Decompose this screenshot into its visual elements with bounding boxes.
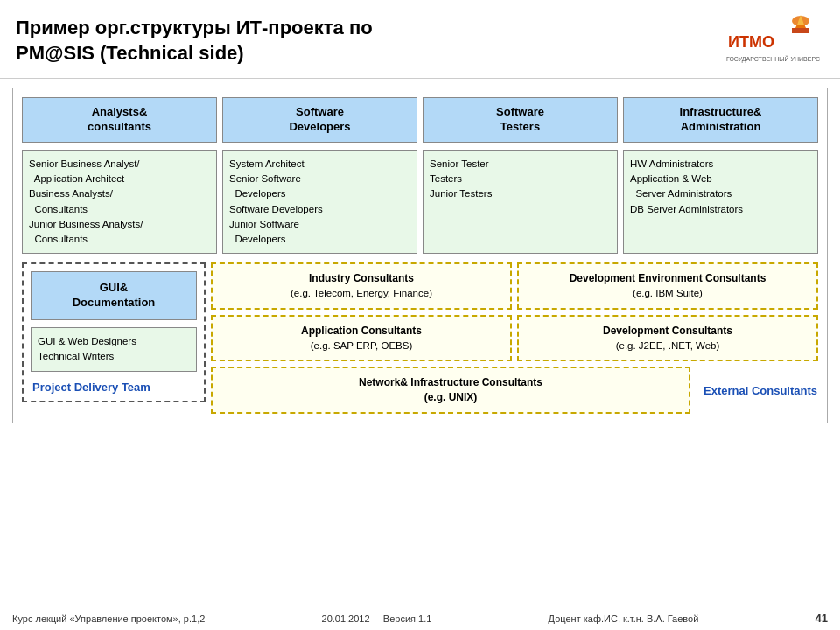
network-sub: (e.g. UNIX) bbox=[424, 391, 478, 403]
bottom-section: GUI&Documentation GUI & Web Designers Te… bbox=[22, 262, 818, 414]
ext-consultants-label: External Consultants bbox=[696, 384, 818, 397]
cat-header-infra: Infrastructure&Administration bbox=[623, 97, 818, 143]
main-content: Analysts&consultants SoftwareDevelopers … bbox=[0, 79, 840, 432]
footer-version: Версия 1.1 bbox=[383, 613, 432, 624]
dev-env-bold: Development Environment Consultants bbox=[570, 272, 766, 284]
cat-header-sw-test: SoftwareTesters bbox=[423, 97, 618, 143]
project-delivery-label: Project Delivery Team bbox=[31, 381, 197, 394]
app-consultants-box: Application Consultants (e.g. SAP ERP, O… bbox=[211, 315, 512, 362]
sub-box-infra: HW Administrators Application & Web Serv… bbox=[623, 150, 818, 255]
svg-rect-3 bbox=[792, 28, 809, 33]
industry-sub: (e.g. Telecom, Energy, Finance) bbox=[290, 288, 432, 298]
dev-env-consultants-box: Development Environment Consultants (e.g… bbox=[517, 262, 818, 310]
dev-env-sub: (e.g. IBM Suite) bbox=[633, 288, 703, 298]
footer-page-number: 41 bbox=[816, 612, 828, 625]
itmo-logo-svg: ИТМО ГОСУДАРСТВЕННЫЙ УНИВЕРСИТЕТ bbox=[724, 12, 820, 69]
cat-header-analysts: Analysts&consultants bbox=[22, 97, 217, 143]
diagram-outer: Analysts&consultants SoftwareDevelopers … bbox=[12, 88, 828, 424]
dev-consult-bold: Development Consultants bbox=[603, 325, 732, 337]
logo: ИТМО ГОСУДАРСТВЕННЫЙ УНИВЕРСИТЕТ bbox=[719, 10, 824, 72]
dev-consultants-box: Development Consultants (e.g. J2EE, .NET… bbox=[517, 315, 818, 362]
page-title: Пример орг.структуры ИТ-проекта по PM@SI… bbox=[16, 16, 373, 66]
network-bold: Network& Infrastructure Consultants bbox=[359, 376, 542, 388]
sub-box-sw-dev: System Architect Senior Software Develop… bbox=[222, 150, 417, 255]
title-line2: PM@SIS (Technical side) bbox=[16, 42, 244, 64]
sub-boxes-row: Senior Business Analyst/ Application Arc… bbox=[22, 150, 818, 255]
bottom-last-row: Network& Infrastructure Consultants (e.g… bbox=[211, 367, 818, 414]
industry-bold: Industry Consultants bbox=[309, 272, 414, 284]
industry-consultants-box: Industry Consultants (e.g. Telecom, Ener… bbox=[211, 262, 512, 310]
consult-row-2: Application Consultants (e.g. SAP ERP, O… bbox=[211, 315, 818, 362]
app-consult-bold: Application Consultants bbox=[301, 325, 422, 337]
svg-text:ГОСУДАРСТВЕННЫЙ УНИВЕРСИТЕТ: ГОСУДАРСТВЕННЫЙ УНИВЕРСИТЕТ bbox=[726, 55, 820, 63]
footer-date-version: 20.01.2012 Версия 1.1 bbox=[322, 613, 432, 624]
dev-consult-sub: (e.g. J2EE, .NET, Web) bbox=[616, 340, 720, 351]
left-col: GUI&Documentation GUI & Web Designers Te… bbox=[22, 262, 206, 414]
project-dashed-box: GUI&Documentation GUI & Web Designers Te… bbox=[22, 262, 206, 402]
page-header: Пример орг.структуры ИТ-проекта по PM@SI… bbox=[0, 0, 840, 79]
consultants-col: Industry Consultants (e.g. Telecom, Ener… bbox=[211, 262, 818, 414]
footer-course: Курс лекций «Управление проектом», р.1,2 bbox=[12, 613, 205, 624]
sub-box-sw-test: Senior Tester Testers Junior Testers bbox=[423, 150, 618, 255]
footer-date: 20.01.2012 bbox=[322, 613, 370, 624]
category-headers-row: Analysts&consultants SoftwareDevelopers … bbox=[22, 97, 818, 143]
network-consultants-box: Network& Infrastructure Consultants (e.g… bbox=[211, 367, 690, 414]
app-consult-sub: (e.g. SAP ERP, OEBS) bbox=[311, 340, 413, 351]
gui-header: GUI&Documentation bbox=[31, 271, 197, 320]
sub-box-analysts: Senior Business Analyst/ Application Arc… bbox=[22, 150, 217, 255]
gui-sub-box: GUI & Web Designers Technical Writers bbox=[31, 327, 197, 372]
footer-author: Доцент каф.ИС, к.т.н. В.А. Гаевой bbox=[549, 613, 699, 624]
svg-text:ИТМО: ИТМО bbox=[728, 33, 774, 51]
page-footer: Курс лекций «Управление проектом», р.1,2… bbox=[0, 606, 840, 630]
title-line1: Пример орг.структуры ИТ-проекта по bbox=[16, 17, 373, 38]
consult-row-1: Industry Consultants (e.g. Telecom, Ener… bbox=[211, 262, 818, 310]
cat-header-sw-dev: SoftwareDevelopers bbox=[222, 97, 417, 143]
